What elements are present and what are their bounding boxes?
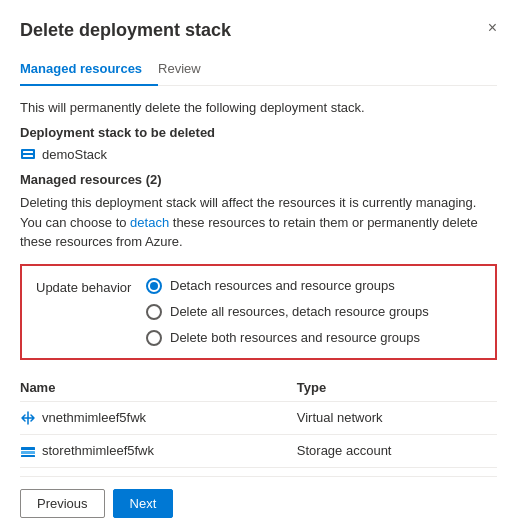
vnet-icon bbox=[20, 410, 36, 426]
table-row: storethmimleef5fwk Storage account bbox=[20, 434, 497, 467]
resource-type-2: Storage account bbox=[297, 434, 497, 467]
stack-name: demoStack bbox=[42, 147, 107, 162]
radio-options: Detach resources and resource groups Del… bbox=[146, 278, 429, 346]
table-row: vnethmimleef5fwk Virtual network bbox=[20, 401, 497, 434]
detach-link[interactable]: detach bbox=[130, 215, 169, 230]
svg-rect-3 bbox=[21, 447, 35, 450]
radio-label-delete-resources: Delete all resources, detach resource gr… bbox=[170, 304, 429, 319]
delete-deployment-stack-dialog: Delete deployment stack × Managed resour… bbox=[0, 0, 517, 531]
svg-rect-5 bbox=[21, 455, 35, 457]
next-button[interactable]: Next bbox=[113, 489, 174, 518]
update-behavior-box: Update behavior Detach resources and res… bbox=[20, 264, 497, 360]
radio-label-detach: Detach resources and resource groups bbox=[170, 278, 395, 293]
dialog-footer: Previous Next bbox=[20, 476, 497, 532]
resource-name-cell-1: vnethmimleef5fwk bbox=[20, 401, 297, 434]
radio-circle-delete-both bbox=[146, 330, 162, 346]
radio-option-delete-both[interactable]: Delete both resources and resource group… bbox=[146, 330, 429, 346]
update-behavior-label: Update behavior bbox=[36, 278, 136, 295]
dialog-title: Delete deployment stack bbox=[20, 20, 231, 41]
tabs-bar: Managed resources Review bbox=[20, 53, 497, 86]
tab-managed-resources[interactable]: Managed resources bbox=[20, 53, 158, 86]
stack-section-label: Deployment stack to be deleted bbox=[20, 125, 497, 140]
resource-name-1: vnethmimleef5fwk bbox=[42, 410, 146, 425]
stack-icon bbox=[20, 146, 36, 162]
svg-rect-1 bbox=[23, 151, 33, 153]
warning-text: This will permanently delete the followi… bbox=[20, 100, 497, 115]
close-button[interactable]: × bbox=[488, 20, 497, 36]
col-type: Type bbox=[297, 374, 497, 402]
svg-rect-2 bbox=[23, 155, 33, 157]
svg-rect-4 bbox=[21, 451, 35, 454]
storage-icon bbox=[20, 443, 36, 459]
description-text: Deleting this deployment stack will affe… bbox=[20, 193, 497, 252]
radio-circle-delete-resources bbox=[146, 304, 162, 320]
resource-type-1: Virtual network bbox=[297, 401, 497, 434]
radio-option-detach[interactable]: Detach resources and resource groups bbox=[146, 278, 429, 294]
svg-rect-0 bbox=[21, 149, 35, 159]
stack-item: demoStack bbox=[20, 146, 497, 162]
resources-table: Name Type vnethmimleef5fwk bbox=[20, 374, 497, 468]
previous-button[interactable]: Previous bbox=[20, 489, 105, 518]
managed-resources-label: Managed resources (2) bbox=[20, 172, 497, 187]
resource-name-2: storethmimleef5fwk bbox=[42, 443, 154, 458]
radio-option-delete-resources[interactable]: Delete all resources, detach resource gr… bbox=[146, 304, 429, 320]
dialog-header: Delete deployment stack × bbox=[20, 20, 497, 41]
radio-label-delete-both: Delete both resources and resource group… bbox=[170, 330, 420, 345]
col-name: Name bbox=[20, 374, 297, 402]
radio-circle-detach bbox=[146, 278, 162, 294]
dialog-content: This will permanently delete the followi… bbox=[20, 100, 497, 468]
resource-name-cell-2: storethmimleef5fwk bbox=[20, 434, 297, 467]
tab-review[interactable]: Review bbox=[158, 53, 217, 86]
